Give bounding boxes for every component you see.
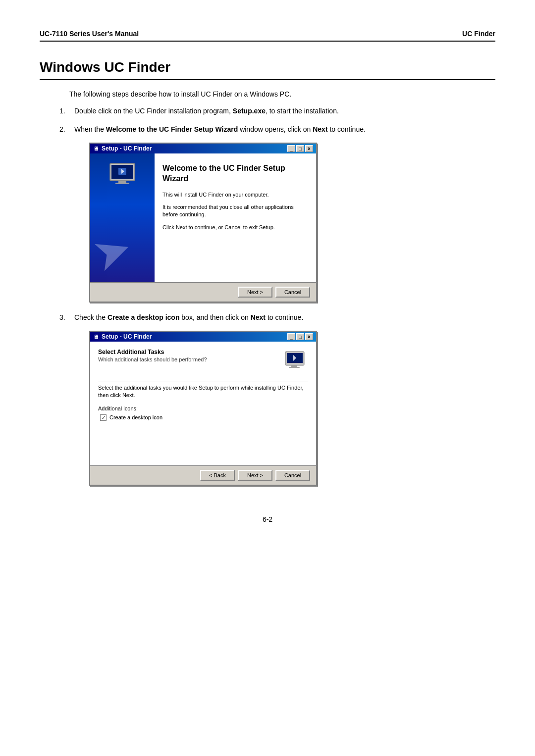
step-3-text: Check the Create a desktop icon box, and…	[74, 312, 476, 323]
dialog2-title-area: Select Additional Tasks Which additional…	[98, 349, 283, 362]
dialog2-body: Select Additional Tasks Which additional…	[90, 342, 316, 465]
page: UC-7110 Series User's Manual UC Finder W…	[0, 0, 535, 756]
dialog1-main-title: Welcome to the UC Finder Setup Wizard	[162, 163, 308, 184]
dialog2-desktop-icon-checkbox[interactable]	[100, 414, 107, 421]
step-1-number: 1.	[59, 106, 74, 116]
svg-rect-2	[118, 181, 126, 183]
dialog2-minimize-button[interactable]: _	[287, 333, 295, 340]
dialog2-footer: < Back Next > Cancel	[90, 465, 316, 485]
dialog2-checkbox-row: Create a desktop icon	[100, 414, 308, 421]
dialog1-next-button[interactable]: Next >	[238, 287, 272, 298]
dialog1-title-text: Setup - UC Finder	[102, 145, 152, 152]
page-number: 6-2	[40, 515, 495, 523]
dialog1-right-panel: Welcome to the UC Finder Setup Wizard Th…	[155, 153, 316, 282]
dialog2-next-button[interactable]: Next >	[238, 470, 272, 481]
dialog2-section-subtitle: Which additional tasks should be perform…	[98, 356, 283, 362]
dialog2-spacer	[98, 421, 308, 460]
dialog1-body: ➤ Welcome to the UC Finder Setup Wizard …	[90, 153, 316, 282]
dialog1-footer: Next > Cancel	[90, 282, 316, 302]
step-3-number: 3.	[59, 312, 74, 323]
intro-text: The following steps describe how to inst…	[69, 90, 495, 98]
dialog2-header: Select Additional Tasks Which additional…	[98, 349, 308, 375]
dialog2-cancel-button[interactable]: Cancel	[275, 470, 310, 481]
steps-list: 1. Double click on the UC Finder install…	[59, 106, 476, 486]
dialog1-body2: It is recommended that you close all oth…	[162, 203, 308, 219]
dialog1-titlebar: 🖥 Setup - UC Finder _ □ ×	[90, 144, 316, 153]
dialog2-divider	[98, 382, 308, 382]
step-1: 1. Double click on the UC Finder install…	[59, 106, 476, 116]
dialog2-titlebar-buttons: _ □ ×	[287, 333, 313, 340]
page-title: Windows UC Finder	[40, 59, 495, 80]
dialog2-title-icon: 🖥	[93, 334, 99, 340]
dialog2-title-text: Setup - UC Finder	[102, 333, 152, 340]
dialog1-minimize-button[interactable]: _	[287, 145, 295, 152]
dialog2-additional-label: Additional icons:	[98, 405, 308, 411]
dialog2-checkbox-label: Create a desktop icon	[109, 414, 162, 420]
svg-rect-9	[289, 367, 300, 368]
dialog1-title-icon: 🖥	[93, 146, 99, 151]
dialog1-cancel-button[interactable]: Cancel	[275, 287, 310, 298]
step-2-text: When the Welcome to the UC Finder Setup …	[74, 124, 476, 135]
step-3: 3. Check the Create a desktop icon box, …	[59, 312, 476, 323]
dialog2-section-title: Select Additional Tasks	[98, 349, 283, 355]
monitor-icon	[107, 161, 137, 186]
dialog2: 🖥 Setup - UC Finder _ □ × Select Additio…	[89, 331, 317, 486]
dialog1: 🖥 Setup - UC Finder _ □ ×	[89, 143, 317, 302]
dialog1-decoration: ➤	[90, 228, 134, 277]
svg-rect-3	[115, 183, 129, 184]
dialog2-maximize-button[interactable]: □	[296, 333, 304, 340]
dialog2-back-button[interactable]: < Back	[200, 470, 235, 481]
dialog1-titlebar-left: 🖥 Setup - UC Finder	[93, 145, 152, 152]
dialog1-maximize-button[interactable]: □	[296, 145, 304, 152]
step-2-number: 2.	[59, 124, 74, 135]
dialog2-icon	[283, 349, 308, 375]
dialog1-body1: This will install UC Finder on your comp…	[162, 191, 308, 199]
dialog1-icon-area	[107, 161, 137, 186]
header-left: UC-7110 Series User's Manual	[40, 30, 139, 38]
dialog1-wrapper: 🖥 Setup - UC Finder _ □ ×	[89, 143, 476, 302]
dialog1-titlebar-buttons: _ □ ×	[287, 145, 313, 152]
dialog2-close-button[interactable]: ×	[305, 333, 313, 340]
dialog1-close-button[interactable]: ×	[305, 145, 313, 152]
dialog2-description: Select the additional tasks you would li…	[98, 384, 308, 400]
dialog1-body3: Click Next to continue, or Cancel to exi…	[162, 224, 308, 231]
svg-rect-8	[291, 365, 297, 367]
header-bar: UC-7110 Series User's Manual UC Finder	[40, 30, 495, 42]
setup-icon	[283, 349, 308, 373]
header-right: UC Finder	[462, 30, 495, 38]
dialog2-titlebar-left: 🖥 Setup - UC Finder	[93, 333, 152, 340]
dialog1-left-panel: ➤	[90, 153, 155, 282]
step-2: 2. When the Welcome to the UC Finder Set…	[59, 124, 476, 135]
step-1-text: Double click on the UC Finder installati…	[74, 106, 476, 116]
dialog2-wrapper: 🖥 Setup - UC Finder _ □ × Select Additio…	[89, 331, 476, 486]
dialog2-titlebar: 🖥 Setup - UC Finder _ □ ×	[90, 332, 316, 342]
